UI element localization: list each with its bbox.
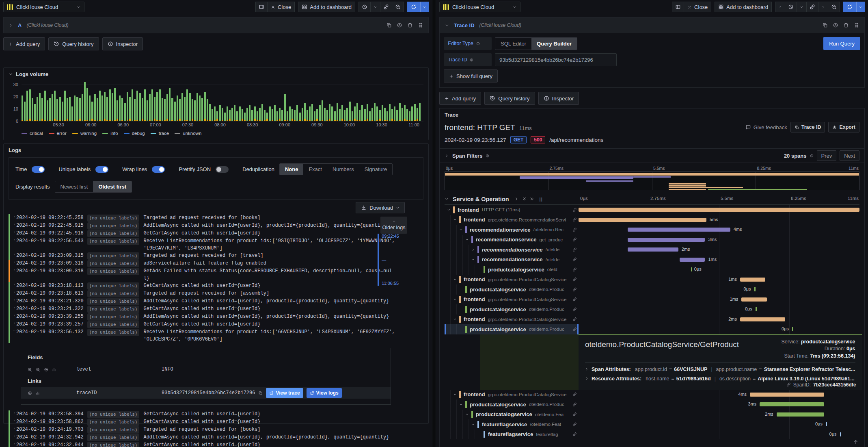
- left-refresh-interval-dropdown[interactable]: [420, 2, 429, 12]
- right-refresh-interval-dropdown[interactable]: [856, 2, 865, 12]
- log-row[interactable]: 2024-02-19 09:23:39.257(no unique labels…: [9, 321, 395, 328]
- narrow-pane-button[interactable]: [255, 2, 268, 12]
- span-row[interactable]: frontendgrpc.oteldemo.ProductCatalogServ…: [445, 295, 859, 305]
- span-name-cell[interactable]: productcatalogserviceoteldemo.Produc: [445, 284, 579, 295]
- log-row[interactable]: 2024-02-19 09:23:58.394(no unique labels…: [9, 410, 395, 418]
- unique-labels-toggle[interactable]: [95, 166, 108, 173]
- log-row[interactable]: 2024-02-19 09:23:18.613(no unique labels…: [9, 290, 395, 297]
- span-timeline-cell[interactable]: 3ms: [579, 235, 859, 245]
- span-row[interactable]: frontendgrpc.oteldemo.ProductCatalogServ…: [445, 390, 859, 400]
- log-row[interactable]: 2024-02-19 09:24:32.944(no unique labels…: [9, 441, 395, 447]
- span-name-cell[interactable]: frontendgrpc.oteldemo.RecommendationServ…: [445, 215, 579, 225]
- span-name-cell[interactable]: productcatalogserviceoteldemo.Produc: [445, 399, 579, 410]
- chevron-down-icon[interactable]: [9, 72, 13, 76]
- span-row[interactable]: recommendationservice/oteldemo.Rec4ms: [445, 225, 859, 235]
- span-timeline-cell[interactable]: 0μs: [579, 265, 859, 275]
- left-time-range-zoom-dropdown[interactable]: [371, 2, 380, 12]
- span-timeline-cell[interactable]: 0μs: [579, 430, 859, 440]
- chevron-right-icon[interactable]: [13, 230, 16, 233]
- link-icon[interactable]: [572, 422, 577, 427]
- link-icon[interactable]: [572, 297, 577, 302]
- log-row[interactable]: 2024-02-19 09:23:39.255(no unique labels…: [9, 313, 395, 321]
- log-row[interactable]: 2024-02-19 09:22:45.915(no unique labels…: [9, 222, 395, 230]
- span-timeline-cell[interactable]: 2ms: [579, 245, 859, 255]
- chevron-right-icon[interactable]: [13, 252, 16, 256]
- chevron-down-icon[interactable]: [453, 297, 459, 301]
- left-add-query-button[interactable]: Add query: [3, 37, 45, 50]
- magnify-plus-icon[interactable]: [28, 367, 32, 372]
- span-row[interactable]: productcatalogserviceoteldemo.Produc0μs: [445, 304, 859, 315]
- narrow-pane-button[interactable]: [672, 2, 684, 12]
- chevron-right-icon[interactable]: [13, 290, 16, 293]
- chevron-down-icon[interactable]: [459, 228, 465, 232]
- span-row[interactable]: productcatalogserviceoteldemo.Fea2ms: [445, 410, 859, 420]
- right-datasource-picker[interactable]: ClickHouse Cloud: [439, 2, 520, 12]
- left-datasource-picker[interactable]: ClickHouse Cloud: [3, 2, 84, 12]
- legend-item-unknown[interactable]: unknown: [175, 131, 201, 136]
- right-close-button[interactable]: Close: [684, 2, 711, 12]
- time-shift-back-button[interactable]: [775, 2, 785, 12]
- chevron-right-icon[interactable]: [13, 267, 16, 271]
- chevron-down-icon[interactable]: [459, 403, 465, 406]
- log-row[interactable]: 2024-02-19 09:23:18.113(no unique labels…: [9, 282, 395, 290]
- log-row[interactable]: 2024-02-19 09:23:56.132(no unique labels…: [9, 328, 395, 343]
- span-name-cell[interactable]: recommendationservice/oteldemo.Rec: [445, 225, 579, 235]
- span-name-cell[interactable]: frontendHTTP GET (11ms): [445, 205, 579, 215]
- left-add-to-dashboard-button[interactable]: Add to dashboard: [298, 2, 355, 12]
- link-icon[interactable]: [572, 237, 577, 242]
- span-name-cell[interactable]: recommendationservice/otelde: [445, 245, 579, 255]
- link-icon[interactable]: [572, 257, 577, 262]
- chevron-right-icon[interactable]: [445, 154, 449, 158]
- log-row[interactable]: 2024-02-19 09:24:32.942(no unique labels…: [9, 434, 395, 441]
- delete-query-icon[interactable]: [843, 22, 849, 28]
- order-option-newest-first[interactable]: Newest first: [55, 181, 93, 192]
- right-zoom-out-button[interactable]: [828, 2, 840, 12]
- run-query-button[interactable]: Run Query: [823, 37, 860, 50]
- span-row[interactable]: frontendHTTP GET (11ms): [445, 205, 859, 215]
- span-timeline-cell[interactable]: 1ms: [579, 295, 859, 305]
- span-row[interactable]: frontendgrpc.oteldemo.RecommendationServ…: [445, 215, 859, 225]
- dedup-option-signature[interactable]: Signature: [359, 164, 393, 175]
- span-name-cell[interactable]: frontendgrpc.oteldemo.ProductCatalogServ…: [445, 295, 579, 305]
- right-add-to-dashboard-button[interactable]: Add to dashboard: [715, 2, 772, 12]
- span-timeline-cell[interactable]: 0μs: [579, 304, 859, 315]
- span-row[interactable]: frontendgrpc.oteldemo.ProductCatalogServ…: [445, 315, 859, 325]
- left-share-link-button[interactable]: [380, 2, 392, 12]
- legend-item-trace[interactable]: trace: [151, 131, 169, 136]
- chevron-down-icon[interactable]: [471, 423, 477, 426]
- chevron-down-icon[interactable]: [471, 258, 477, 261]
- log-row[interactable]: 2024-02-19 09:23:09.315(no unique labels…: [9, 252, 395, 260]
- chevron-down-icon[interactable]: [447, 208, 453, 212]
- left-inspector-button[interactable]: Inspector: [102, 37, 143, 50]
- chevron-right-icon[interactable]: [13, 418, 16, 422]
- duplicate-query-icon[interactable]: [386, 22, 392, 28]
- span-row[interactable]: productcatalogserviceoteldemo.Produc0μs: [445, 324, 859, 334]
- give-feedback-link[interactable]: Give feedback: [745, 124, 787, 130]
- left-query-history-button[interactable]: Query history: [48, 37, 99, 50]
- chevron-down-icon[interactable]: [465, 238, 471, 241]
- adhoc-filter-icon[interactable]: [28, 391, 32, 395]
- legend-item-critical[interactable]: critical: [22, 131, 43, 136]
- view-logs-button[interactable]: View logs: [307, 388, 342, 398]
- span-timeline-cell[interactable]: 0μs: [579, 284, 859, 295]
- left-close-button[interactable]: Close: [268, 2, 295, 12]
- span-timeline-cell[interactable]: [579, 205, 859, 215]
- link-icon[interactable]: [572, 432, 577, 436]
- span-row[interactable]: frontendgrpc.oteldemo.ProductCatalogServ…: [445, 275, 859, 285]
- link-icon[interactable]: [572, 228, 577, 232]
- span-row[interactable]: recommendationservice/otelde1ms: [445, 255, 859, 265]
- dedup-option-none[interactable]: None: [280, 164, 304, 175]
- editor-type-query-builder[interactable]: Query Builder: [531, 38, 577, 50]
- span-name-cell[interactable]: frontendgrpc.oteldemo.ProductCatalogServ…: [445, 275, 579, 285]
- right-share-link-button[interactable]: [807, 2, 818, 12]
- span-row[interactable]: recommendationserviceget_produc3ms: [445, 235, 859, 245]
- editor-type-sql-editor[interactable]: SQL Editor: [495, 38, 531, 50]
- span-name-cell[interactable]: productcatalogserviceoteldemo.Fea: [445, 410, 579, 420]
- download-button[interactable]: Download: [356, 202, 405, 213]
- span-timeline-cell[interactable]: 5ms: [579, 215, 859, 225]
- left-zoom-out-button[interactable]: [392, 2, 404, 12]
- copy-trace-id-button[interactable]: Trace ID: [790, 122, 825, 132]
- link-icon[interactable]: [572, 247, 577, 252]
- pane-resize-handle[interactable]: [432, 0, 436, 447]
- right-time-range-button[interactable]: [785, 2, 797, 12]
